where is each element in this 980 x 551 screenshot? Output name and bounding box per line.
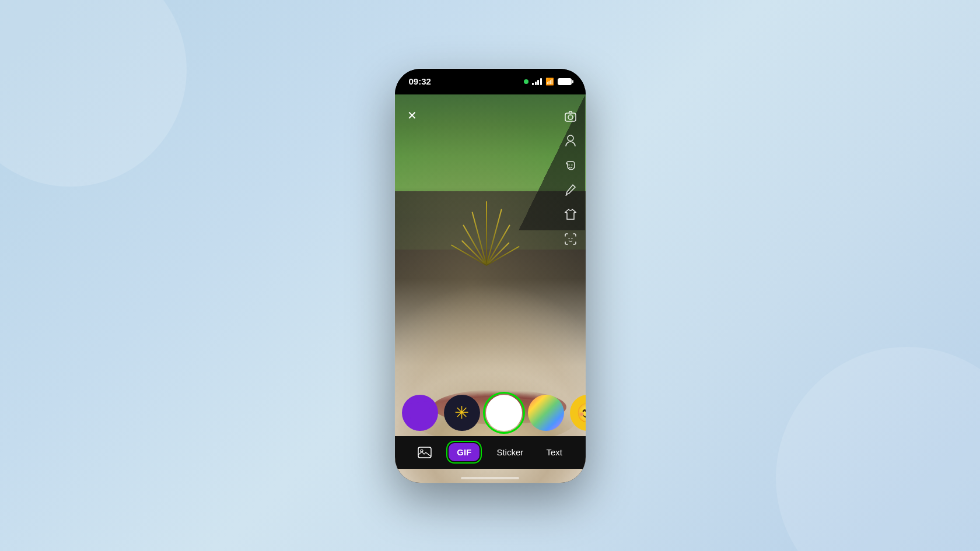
gif-option-purple-square[interactable] xyxy=(402,395,438,431)
camera-flip-icon[interactable] xyxy=(560,106,581,127)
person-silhouette-icon[interactable] xyxy=(560,131,581,152)
home-indicator xyxy=(461,477,519,479)
wifi-icon: 📶 xyxy=(545,78,554,86)
gallery-tab[interactable] xyxy=(412,443,438,462)
text-tab[interactable]: Text xyxy=(540,444,568,461)
gif-option-explosion[interactable] xyxy=(444,395,480,431)
green-dot xyxy=(524,79,528,84)
camera-view: ✕ xyxy=(395,94,586,483)
phone-frame: 09:32 📶 ✕ xyxy=(395,69,586,483)
battery-icon xyxy=(558,78,572,85)
svg-point-4 xyxy=(571,164,572,166)
face-scan-icon[interactable] xyxy=(560,229,581,250)
brush-icon[interactable] xyxy=(560,180,581,201)
face-filter-icon[interactable] xyxy=(560,155,581,176)
status-time: 09:32 xyxy=(409,76,431,86)
gif-option-smiley[interactable] xyxy=(570,395,586,431)
svg-point-2 xyxy=(568,135,573,141)
svg-point-1 xyxy=(568,115,573,120)
gif-selector-row xyxy=(395,389,586,436)
sticker-tab[interactable]: Sticker xyxy=(491,444,529,461)
svg-rect-0 xyxy=(565,113,576,121)
shirt-icon[interactable] xyxy=(560,204,581,225)
svg-rect-7 xyxy=(418,447,431,458)
status-indicators: 📶 xyxy=(524,78,572,86)
gif-option-rainbow[interactable] xyxy=(528,395,564,431)
gif-tab[interactable]: GIF xyxy=(449,443,480,461)
svg-point-3 xyxy=(568,164,569,166)
right-toolbar xyxy=(560,106,581,250)
status-bar: 09:32 📶 xyxy=(395,69,586,94)
purple-square-shape xyxy=(408,401,432,425)
plant-container xyxy=(452,172,522,265)
svg-point-6 xyxy=(571,238,572,239)
signal-icon xyxy=(532,78,542,85)
bottom-toolbar: GIF Sticker Text xyxy=(395,436,586,469)
close-button[interactable]: ✕ xyxy=(403,106,422,125)
gif-option-white-circle[interactable] xyxy=(486,395,522,431)
svg-point-5 xyxy=(568,238,569,239)
